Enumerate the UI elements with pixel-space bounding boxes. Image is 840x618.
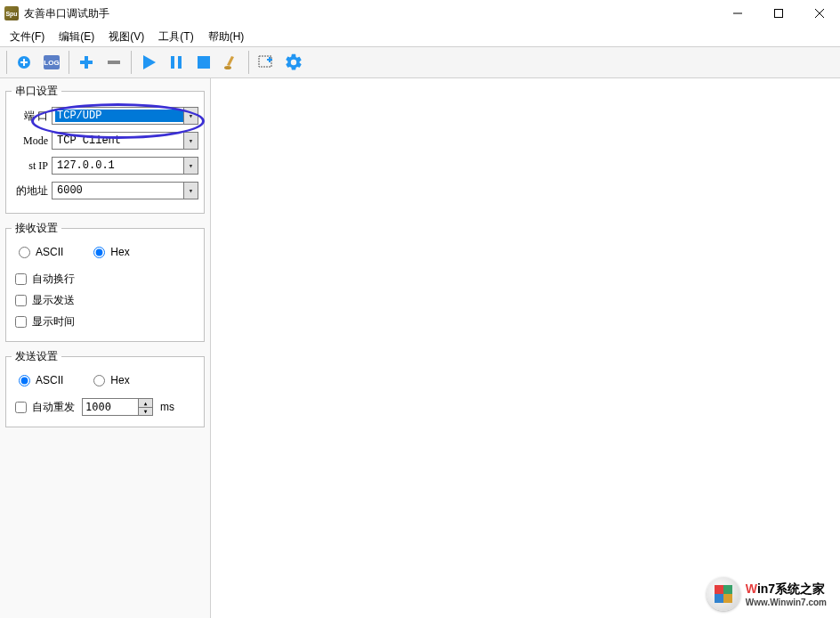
watermark: Win7系统之家 Www.Winwin7.com — [707, 577, 827, 611]
clear-button[interactable] — [219, 50, 244, 75]
recv-hex-label: Hex — [110, 246, 129, 258]
recv-ascii-label: ASCII — [36, 246, 63, 258]
settings-button[interactable] — [281, 50, 306, 75]
addr-label: 的地址 — [12, 183, 52, 199]
remove-button[interactable] — [101, 50, 126, 75]
send-hex-radio[interactable]: Hex — [90, 371, 129, 389]
dropdown-arrow-icon[interactable] — [183, 108, 198, 124]
watermark-title: Win7系统之家 — [746, 581, 827, 598]
new-window-button[interactable] — [254, 50, 279, 75]
menu-bar: 文件(F) 编辑(E) 视图(V) 工具(T) 帮助(H) — [0, 27, 840, 46]
maximize-button[interactable] — [758, 0, 799, 27]
watermark-url: Www.Winwin7.com — [746, 598, 827, 607]
main-area: 串口设置 端 口 TCP/UDP Mode TCP Client st IP 1… — [0, 78, 840, 618]
window-title: 友善串口调试助手 — [24, 6, 717, 21]
send-ascii-radio[interactable]: ASCII — [15, 371, 63, 389]
svg-text:LOG: LOG — [44, 59, 59, 67]
menu-view[interactable]: 视图(V) — [103, 28, 149, 46]
recv-settings-group: 接收设置 ASCII Hex 自动换行 显示发送 — [5, 221, 205, 342]
svg-point-16 — [224, 66, 231, 69]
send-settings-group: 发送设置 ASCII Hex 自动重发 1000 ▲▼ — [5, 349, 205, 427]
dropdown-arrow-icon[interactable] — [183, 133, 198, 149]
mode-label: Mode — [12, 134, 52, 148]
ip-combo-value: 127.0.0.1 — [55, 159, 183, 172]
port-settings-legend: 串口设置 — [12, 84, 61, 99]
menu-tools[interactable]: 工具(T) — [153, 28, 198, 46]
minimize-button[interactable] — [717, 0, 758, 27]
port-settings-group: 串口设置 端 口 TCP/UDP Mode TCP Client st IP 1… — [5, 84, 205, 214]
autorepeat-check[interactable]: 自动重发 — [15, 400, 75, 415]
interval-unit: ms — [160, 401, 174, 413]
separator — [6, 51, 7, 74]
pause-button[interactable] — [164, 50, 189, 75]
mode-combo-value: TCP Client — [55, 134, 183, 147]
addr-combo-value: 6000 — [55, 184, 183, 197]
window-controls — [717, 0, 840, 27]
send-ascii-label: ASCII — [36, 374, 63, 386]
separator — [248, 51, 249, 74]
addr-combo[interactable]: 6000 — [52, 182, 198, 199]
output-area[interactable]: Win7系统之家 Www.Winwin7.com — [211, 78, 840, 618]
port-combo-value: TCP/UDP — [55, 110, 183, 122]
dropdown-arrow-icon[interactable] — [183, 183, 198, 199]
svg-rect-13 — [171, 56, 174, 69]
interval-input[interactable]: 1000 ▲▼ — [82, 398, 153, 416]
send-hex-label: Hex — [110, 374, 129, 386]
add-button[interactable] — [74, 50, 99, 75]
ip-combo[interactable]: 127.0.0.1 — [52, 157, 198, 175]
watermark-logo-icon — [707, 577, 740, 611]
svg-marker-12 — [143, 55, 156, 69]
menu-file[interactable]: 文件(F) — [4, 28, 50, 46]
showsend-label: 显示发送 — [32, 293, 75, 308]
recv-settings-legend: 接收设置 — [12, 221, 61, 236]
dropdown-arrow-icon[interactable] — [183, 158, 198, 174]
spinner-icon[interactable]: ▲▼ — [138, 399, 152, 415]
menu-help[interactable]: 帮助(H) — [203, 28, 250, 46]
port-label: 端 口 — [12, 109, 52, 124]
app-icon: Spu — [4, 6, 19, 20]
separator — [69, 51, 69, 74]
svg-rect-14 — [178, 56, 182, 69]
play-button[interactable] — [136, 50, 161, 75]
showtime-check[interactable]: 显示时间 — [12, 313, 198, 330]
ip-label: st IP — [12, 159, 52, 173]
separator — [131, 51, 132, 74]
showtime-label: 显示时间 — [32, 314, 75, 329]
sidebar: 串口设置 端 口 TCP/UDP Mode TCP Client st IP 1… — [0, 78, 211, 618]
svg-rect-15 — [198, 56, 210, 69]
interval-value: 1000 — [85, 401, 111, 413]
svg-rect-1 — [775, 10, 783, 18]
autowrap-check[interactable]: 自动换行 — [12, 270, 198, 288]
recv-hex-radio[interactable]: Hex — [90, 243, 129, 261]
autowrap-label: 自动换行 — [32, 272, 75, 287]
toolbar: LOG — [0, 46, 840, 78]
title-bar: Spu 友善串口调试助手 — [0, 0, 840, 27]
showsend-check[interactable]: 显示发送 — [12, 291, 198, 309]
connect-button[interactable] — [12, 50, 36, 75]
autorepeat-label: 自动重发 — [32, 400, 75, 415]
send-settings-legend: 发送设置 — [12, 349, 61, 364]
recv-ascii-radio[interactable]: ASCII — [15, 243, 63, 261]
mode-combo[interactable]: TCP Client — [52, 132, 198, 150]
log-button[interactable]: LOG — [39, 50, 64, 75]
port-combo[interactable]: TCP/UDP — [52, 107, 198, 125]
menu-edit[interactable]: 编辑(E) — [53, 28, 100, 46]
stop-button[interactable] — [191, 50, 216, 75]
close-button[interactable] — [799, 0, 840, 27]
